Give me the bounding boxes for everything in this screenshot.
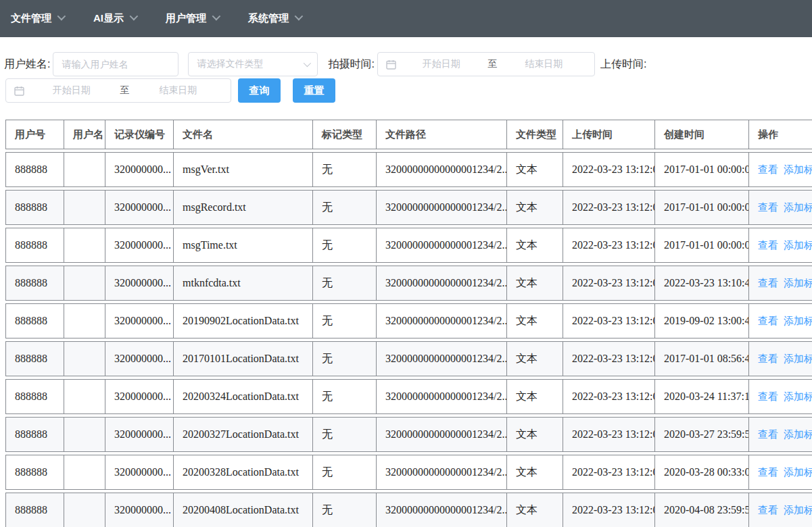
col-header-file-path: 文件路径 <box>377 120 507 149</box>
filter-row-2: 开始日期 至 结束日期 查询 重置 <box>4 78 808 103</box>
col-header-user-id: 用户号 <box>5 120 64 149</box>
cell-file-type: 文本 <box>507 266 563 301</box>
cell-create-time: 2017-01-01 00:00:02 <box>655 190 749 225</box>
add-marker-link[interactable]: 添加标记 <box>784 391 812 402</box>
cell-upload-time: 2022-03-23 13:12:07 <box>563 341 655 376</box>
cell-actions: 查看添加标记 <box>749 303 812 338</box>
cell-file-name: 20200408LocationData.txt <box>174 493 313 527</box>
cell-create-time: 2020-04-08 23:59:54 <box>655 493 749 527</box>
cell-file-name: mtknfcdta.txt <box>174 266 313 301</box>
view-link[interactable]: 查看 <box>758 315 778 326</box>
cell-user-id: 888888 <box>5 190 64 225</box>
cell-marker-type: 无 <box>313 152 377 187</box>
add-marker-link[interactable]: 添加标记 <box>784 428 812 440</box>
calendar-icon <box>14 86 24 96</box>
cell-create-time: 2017-01-01 00:00:02 <box>655 228 749 263</box>
cell-actions: 查看添加标记 <box>749 190 812 225</box>
table-row: 888888320000000...msgRecord.txt无32000000… <box>5 190 812 225</box>
cell-upload-time: 2022-03-23 13:12:06 <box>563 190 655 225</box>
filetype-select[interactable]: 请选择文件类型 <box>188 52 318 76</box>
col-header-file-name: 文件名 <box>174 120 313 149</box>
cell-file-type: 文本 <box>507 455 563 490</box>
add-marker-link[interactable]: 添加标记 <box>784 201 812 213</box>
nav-item-ai-display[interactable]: AI显示 <box>93 12 136 25</box>
add-marker-link[interactable]: 添加标记 <box>784 466 812 478</box>
view-link[interactable]: 查看 <box>758 504 778 516</box>
cell-file-name: msgTime.txt <box>174 228 313 263</box>
add-marker-link[interactable]: 添加标记 <box>784 239 812 251</box>
col-header-recorder-no: 记录仪编号 <box>105 120 174 149</box>
cell-file-type: 文本 <box>507 190 563 225</box>
cell-create-time: 2022-03-23 13:10:42 <box>655 266 749 301</box>
cell-marker-type: 无 <box>313 417 377 452</box>
cell-file-name: 20200328LocationData.txt <box>174 455 313 490</box>
cell-user-name <box>64 341 105 376</box>
query-button[interactable]: 查询 <box>238 78 281 103</box>
cell-user-name <box>64 303 105 338</box>
view-link[interactable]: 查看 <box>758 164 778 175</box>
cell-actions: 查看添加标记 <box>749 417 812 452</box>
col-header-marker-type: 标记类型 <box>313 120 377 149</box>
chevron-down-icon <box>295 12 304 21</box>
upload-start-date-input[interactable]: 开始日期 <box>27 84 116 97</box>
cell-recorder-no: 320000000... <box>105 228 174 263</box>
add-marker-link[interactable]: 添加标记 <box>784 353 812 364</box>
nav-item-label: AI显示 <box>93 12 124 25</box>
cell-user-name <box>64 190 105 225</box>
cell-file-name: 20200324LocationData.txt <box>174 379 313 414</box>
nav-item-system-management[interactable]: 系统管理 <box>248 12 301 25</box>
view-link[interactable]: 查看 <box>758 353 778 364</box>
cell-recorder-no: 320000000... <box>105 379 174 414</box>
view-link[interactable]: 查看 <box>758 466 778 478</box>
cell-create-time: 2020-03-28 00:33:02 <box>655 455 749 490</box>
upload-end-date-input[interactable]: 结束日期 <box>134 84 223 97</box>
col-header-create-time: 创建时间 <box>655 120 749 149</box>
cell-upload-time: 2022-03-23 13:12:07 <box>563 417 655 452</box>
chevron-down-icon <box>212 12 221 21</box>
upload-time-range-picker[interactable]: 开始日期 至 结束日期 <box>5 78 231 103</box>
nav-item-user-management[interactable]: 用户管理 <box>166 12 218 25</box>
view-link[interactable]: 查看 <box>758 201 778 213</box>
add-marker-link[interactable]: 添加标记 <box>784 164 812 175</box>
cell-file-name: 20170101LocationData.txt <box>174 341 313 376</box>
add-marker-link[interactable]: 添加标记 <box>784 504 812 516</box>
capture-start-date-input[interactable]: 开始日期 <box>399 58 484 70</box>
capture-end-date-input[interactable]: 结束日期 <box>501 58 586 70</box>
capture-time-label: 拍摄时间: <box>328 57 374 72</box>
view-link[interactable]: 查看 <box>758 428 778 440</box>
view-link[interactable]: 查看 <box>758 391 778 402</box>
cell-file-path: 32000000000000001234/2... <box>377 417 507 452</box>
cell-upload-time: 2022-03-23 13:12:07 <box>563 379 655 414</box>
cell-user-id: 888888 <box>5 303 64 338</box>
nav-item-label: 系统管理 <box>248 12 289 25</box>
cell-user-id: 888888 <box>5 493 64 527</box>
cell-user-name <box>64 266 105 301</box>
cell-recorder-no: 320000000... <box>105 493 174 527</box>
cell-actions: 查看添加标记 <box>749 493 812 527</box>
nav-item-file-management[interactable]: 文件管理 <box>11 12 64 25</box>
cell-file-path: 32000000000000001234/2... <box>377 455 507 490</box>
filter-panel: 用户姓名: 请选择文件类型 拍摄时间: 开始日期 至 结束日期 上传时间: 开始… <box>0 37 812 103</box>
view-link[interactable]: 查看 <box>758 239 778 251</box>
username-input[interactable] <box>53 52 178 76</box>
add-marker-link[interactable]: 添加标记 <box>784 315 812 326</box>
cell-recorder-no: 320000000... <box>105 417 174 452</box>
cell-user-id: 888888 <box>5 341 64 376</box>
cell-create-time: 2020-03-24 11:37:16 <box>655 379 749 414</box>
cell-user-name <box>64 493 105 527</box>
cell-user-name <box>64 379 105 414</box>
cell-file-path: 32000000000000001234/2... <box>377 152 507 187</box>
cell-file-type: 文本 <box>507 341 563 376</box>
upload-time-label: 上传时间: <box>600 57 646 72</box>
files-table: 用户号 用户名 记录仪编号 文件名 标记类型 文件路径 文件类型 上传时间 创建… <box>5 117 812 527</box>
reset-button[interactable]: 重置 <box>293 78 335 103</box>
table-body: 888888320000000...msgVer.txt无32000000000… <box>5 152 812 527</box>
view-link[interactable]: 查看 <box>758 277 778 288</box>
add-marker-link[interactable]: 添加标记 <box>784 277 812 288</box>
cell-marker-type: 无 <box>313 266 377 301</box>
cell-file-type: 文本 <box>507 303 563 338</box>
cell-user-name <box>64 417 105 452</box>
calendar-icon <box>386 59 396 70</box>
cell-file-type: 文本 <box>507 417 563 452</box>
capture-time-range-picker[interactable]: 开始日期 至 结束日期 <box>377 52 595 76</box>
